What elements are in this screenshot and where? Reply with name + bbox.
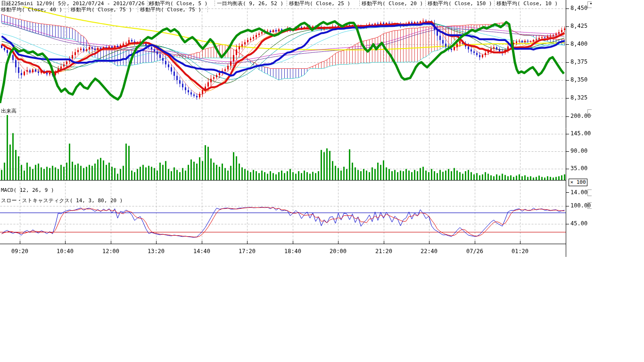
panel-resize-handle-volume[interactable]	[587, 109, 592, 116]
volume-scale-badge: × 100	[569, 179, 587, 186]
panel-resize-handle-macd[interactable]	[587, 189, 592, 196]
volume-tick-label: 35.00	[570, 165, 587, 172]
time-tick-label: 17:20	[233, 248, 261, 255]
time-tick-label: 21:20	[370, 248, 398, 255]
legend-separator	[359, 0, 360, 6]
macd-tick-label: 14.00	[570, 189, 587, 196]
legend-separator	[287, 0, 287, 6]
legend-item: 移動平均( Close, 40 )	[1, 7, 62, 13]
time-tick-label: 22:40	[415, 248, 443, 255]
volume-tick-label: 145.00	[570, 131, 591, 137]
legend-item: 日経225mini 12/09( 5分, 2012/07/24 - 2012/0…	[1, 0, 151, 7]
chart-canvas[interactable]	[0, 0, 594, 264]
legend-item: 移動平均( Close, 75 )	[71, 7, 132, 13]
stoch-tick-label: 45.00	[570, 221, 587, 227]
time-tick-label: 14:40	[188, 248, 216, 255]
price-tick-label: 8,375	[570, 59, 587, 65]
legend-separator	[425, 0, 426, 6]
legend-separator	[207, 7, 208, 12]
legend-item: 移動平均( Close, 10 )	[496, 0, 558, 7]
legend-separator	[68, 7, 69, 12]
legend-item: 移動平均( Close, 75 )	[140, 7, 201, 13]
time-tick-label: 12:00	[97, 248, 125, 255]
time-tick-label: 18:40	[279, 248, 307, 255]
legend-item: 移動平均( Close, 5 )	[149, 0, 207, 7]
volume-tick-label: 90.00	[570, 148, 587, 154]
price-tick-label: 8,400	[570, 41, 587, 47]
legend-separator	[494, 0, 495, 6]
time-tick-label: 01:20	[506, 248, 534, 255]
legend-separator	[147, 0, 148, 6]
price-tick-label: 8,450	[570, 5, 587, 11]
macd-panel-label: MACD( 12, 26, 9 )	[1, 188, 54, 193]
price-tick-label: 8,350	[570, 77, 587, 83]
chart-application-window: 日経225mini 12/09( 5分, 2012/07/24 - 2012/0…	[0, 0, 644, 362]
time-tick-label: 07/26	[461, 248, 489, 255]
time-tick-label: 10:40	[51, 248, 79, 255]
legend-separator	[138, 7, 138, 12]
stochastics-panel-label: スロー・ストキャスティクス( 14, 3, 80, 20 )	[1, 198, 123, 204]
panel-resize-handle-price[interactable]	[587, 1, 592, 8]
time-tick-label: 13:20	[142, 248, 170, 255]
legend-item: 一目均衡表( 9, 26, 52 )	[217, 0, 283, 7]
price-tick-label: 8,325	[570, 95, 587, 101]
legend-item: 移動平均( Close, 150 )	[428, 0, 492, 7]
legend-item: 移動平均( Close, 20 )	[362, 0, 423, 7]
legend-separator	[215, 0, 215, 6]
legend-item: 移動平均( Close, 25 )	[289, 0, 350, 7]
volume-panel-label: 出来高	[1, 108, 17, 114]
price-tick-label: 8,425	[570, 23, 587, 29]
time-tick-label: 09:20	[6, 248, 34, 255]
time-tick-label: 20:00	[324, 248, 352, 255]
panel-resize-handle-stoch[interactable]	[587, 202, 592, 209]
